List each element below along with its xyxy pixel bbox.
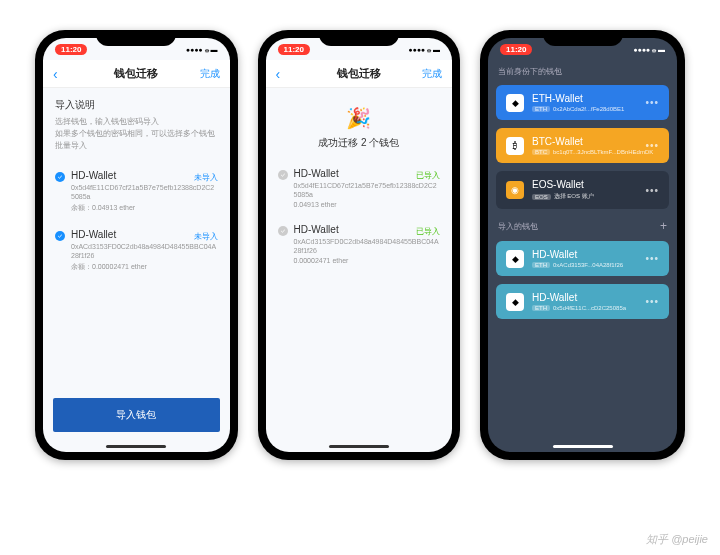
check-icon — [278, 170, 288, 180]
done-button[interactable]: 完成 — [422, 67, 442, 81]
card-address: 0x5d4fE11C...cD2C25085a — [553, 305, 626, 311]
card-address: 0x2AbCda2f...fFe28d0BE1 — [553, 106, 624, 112]
wallet-address: 0x5d4fE11CD67cf21a5B7e75efb12388cD2C2508… — [294, 181, 441, 199]
card-address: 0xACd3153F...04A28f1f26 — [553, 262, 623, 268]
wallet-icon: ◆ — [506, 250, 524, 268]
more-icon[interactable]: ••• — [645, 185, 659, 196]
more-icon[interactable]: ••• — [645, 296, 659, 307]
intro-section: 导入说明 选择钱包，输入钱包密码导入 如果多个钱包的密码相同，可以选择多个钱包批… — [43, 88, 230, 162]
check-icon[interactable] — [55, 172, 65, 182]
intro-line1: 选择钱包，输入钱包密码导入 — [55, 116, 218, 128]
wallet-card-btc[interactable]: ₿ BTC-Wallet BTCbc1q0T...3JncBLTkmF...DB… — [496, 128, 669, 163]
section-title: 导入的钱包 — [498, 221, 538, 232]
nav-bar: ‹ 钱包迁移 完成 — [266, 60, 453, 88]
chain-badge: EOS — [532, 194, 551, 200]
watermark: 知乎 @peijie — [646, 532, 708, 547]
add-icon[interactable]: + — [660, 219, 667, 233]
back-icon[interactable]: ‹ — [276, 66, 281, 82]
nav-title: 钱包迁移 — [337, 66, 381, 81]
more-icon[interactable]: ••• — [645, 140, 659, 151]
intro-title: 导入说明 — [55, 98, 218, 112]
check-icon — [278, 226, 288, 236]
success-text: 成功迁移 2 个钱包 — [266, 136, 453, 150]
success-section: 🎉 成功迁移 2 个钱包 — [266, 88, 453, 160]
wallet-row[interactable]: HD-Wallet 0x5d4fE11CD67cf21a5B7e75efb123… — [43, 162, 230, 221]
nav-bar: ‹ 钱包迁移 完成 — [43, 60, 230, 88]
back-icon[interactable]: ‹ — [53, 66, 58, 82]
wallet-balance: 余额：0.04913 ether — [71, 203, 218, 213]
chain-badge: ETH — [532, 262, 550, 268]
phone-3: 11:20 ●●●● ⏛ ▬ 当前身份下的钱包 ◆ ETH-Wallet ETH… — [480, 30, 685, 460]
card-address: 选择 EOS 账户 — [554, 192, 594, 201]
chain-badge: ETH — [532, 305, 550, 311]
phone-1: 11:20 ●●●● ⏛ ▬ ‹ 钱包迁移 完成 导入说明 选择钱包，输入钱包密… — [35, 30, 238, 460]
wallet-card-hd1[interactable]: ◆ HD-Wallet ETH0xACd3153F...04A28f1f26 •… — [496, 241, 669, 276]
wallet-balance: 0.00002471 ether — [294, 257, 441, 264]
wallet-status: 已导入 — [416, 226, 440, 237]
wallet-row[interactable]: HD-Wallet 0xACd3153FD0C2db48a4984D48455B… — [266, 216, 453, 272]
nav-title: 钱包迁移 — [114, 66, 158, 81]
indicators: ●●●● ⏛ ▬ — [408, 46, 440, 53]
wallet-balance: 0.04913 ether — [294, 201, 441, 208]
import-button[interactable]: 导入钱包 — [53, 398, 220, 432]
done-button[interactable]: 完成 — [200, 67, 220, 81]
card-name: HD-Wallet — [532, 249, 645, 260]
wallet-address: 0xACd3153FD0C2db48a4984D48455BBC04A28f1f… — [71, 242, 218, 260]
card-name: ETH-Wallet — [532, 93, 645, 104]
indicators: ●●●● ⏛ ▬ — [186, 46, 218, 53]
section-title: 当前身份下的钱包 — [498, 66, 562, 77]
phone-2: 11:20 ●●●● ⏛ ▬ ‹ 钱包迁移 完成 🎉 成功迁移 2 个钱包 HD… — [258, 30, 461, 460]
eth-icon: ◆ — [506, 94, 524, 112]
time: 11:20 — [55, 44, 87, 55]
card-address: bc1q0T...3JncBLTkmF...DBnHEdmDK — [553, 149, 653, 155]
card-name: HD-Wallet — [532, 292, 645, 303]
wallet-address: 0xACd3153FD0C2db48a4984D48455BBC04A28f1f… — [294, 237, 441, 255]
wallet-status: 已导入 — [416, 170, 440, 181]
confetti-icon: 🎉 — [266, 106, 453, 130]
check-icon[interactable] — [55, 231, 65, 241]
time: 11:20 — [278, 44, 310, 55]
wallet-address: 0x5d4fE11CD67cf21a5B7e75efb12388cD2C2508… — [71, 183, 218, 201]
section-header: 当前身份下的钱包 — [488, 60, 677, 81]
wallet-balance: 余额：0.00002471 ether — [71, 262, 218, 272]
intro-line2: 如果多个钱包的密码相同，可以选择多个钱包批量导入 — [55, 128, 218, 152]
eos-icon: ◉ — [506, 181, 524, 199]
wallet-row[interactable]: HD-Wallet 0xACd3153FD0C2db48a4984D48455B… — [43, 221, 230, 280]
time: 11:20 — [500, 44, 532, 55]
chain-badge: ETH — [532, 106, 550, 112]
wallet-status: 未导入 — [194, 231, 218, 242]
card-name: BTC-Wallet — [532, 136, 645, 147]
more-icon[interactable]: ••• — [645, 97, 659, 108]
wallet-status: 未导入 — [194, 172, 218, 183]
wallet-card-eos[interactable]: ◉ EOS-Wallet EOS选择 EOS 账户 ••• — [496, 171, 669, 209]
indicators: ●●●● ⏛ ▬ — [633, 46, 665, 53]
chain-badge: BTC — [532, 149, 550, 155]
btc-icon: ₿ — [506, 137, 524, 155]
card-name: EOS-Wallet — [532, 179, 645, 190]
wallet-card-hd2[interactable]: ◆ HD-Wallet ETH0x5d4fE11C...cD2C25085a •… — [496, 284, 669, 319]
section-header: 导入的钱包 + — [488, 213, 677, 237]
more-icon[interactable]: ••• — [645, 253, 659, 264]
wallet-row[interactable]: HD-Wallet 0x5d4fE11CD67cf21a5B7e75efb123… — [266, 160, 453, 216]
wallet-icon: ◆ — [506, 293, 524, 311]
wallet-card-eth[interactable]: ◆ ETH-Wallet ETH0x2AbCda2f...fFe28d0BE1 … — [496, 85, 669, 120]
